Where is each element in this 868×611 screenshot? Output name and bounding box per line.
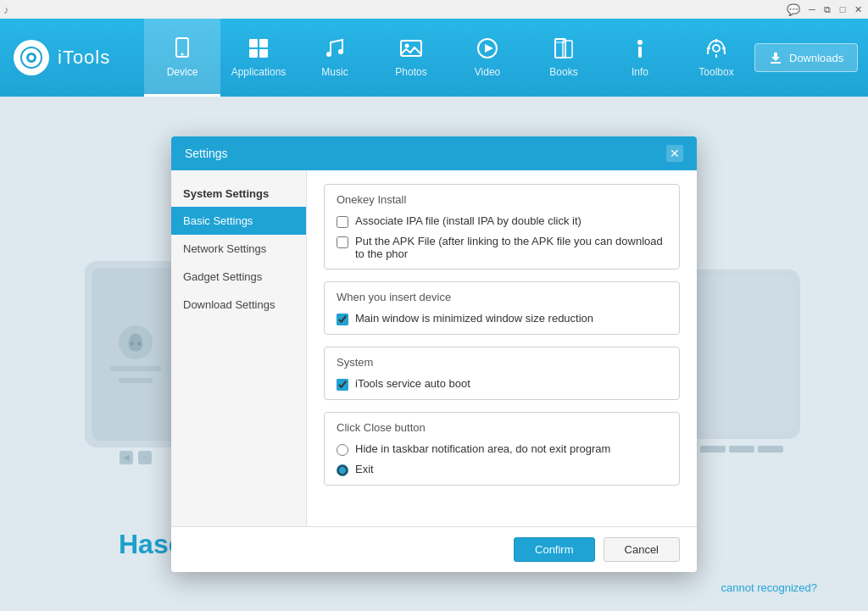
sidebar-item-gadget[interactable]: Gadget Settings xyxy=(171,263,306,291)
svg-point-20 xyxy=(713,45,720,52)
downloads-label: Downloads xyxy=(789,52,843,64)
sidebar-item-download[interactable]: Download Settings xyxy=(171,291,306,319)
svg-rect-6 xyxy=(259,39,268,47)
svg-rect-8 xyxy=(259,49,268,58)
toolbox-icon xyxy=(704,36,729,61)
sidebar-item-basic[interactable]: Basic Settings xyxy=(171,207,306,235)
svg-point-18 xyxy=(637,40,643,45)
svg-rect-5 xyxy=(249,39,258,47)
header: iTools Device Applications xyxy=(0,19,868,97)
svg-rect-7 xyxy=(249,49,258,58)
chat-icon: 💬 xyxy=(787,3,800,16)
label-assoc-ipa: Associate IPA file (install IPA by doubl… xyxy=(355,214,581,227)
tab-books-label: Books xyxy=(549,66,577,78)
label-put-apk: Put the APK File (after linking to the A… xyxy=(355,235,667,260)
label-exit: Exit xyxy=(355,463,374,475)
maximize-button[interactable]: □ xyxy=(836,3,849,16)
restore-button[interactable]: ⧉ xyxy=(821,3,834,16)
row-minimize-window: Main window is minimized window size red… xyxy=(337,312,667,325)
dialog-close-button[interactable]: ✕ xyxy=(666,145,683,162)
tab-info-label: Info xyxy=(632,66,648,78)
checkbox-put-apk[interactable] xyxy=(337,236,348,248)
dialog-body: System Settings Basic Settings Network S… xyxy=(171,170,697,526)
dialog-panel: Onekey Install Associate IPA file (insta… xyxy=(307,170,697,526)
tab-books[interactable]: Books xyxy=(526,19,602,97)
device-icon xyxy=(170,36,195,61)
tab-applications-label: Applications xyxy=(231,66,287,78)
tab-video[interactable]: Video xyxy=(449,19,526,97)
nav-tabs: Device Applications Music xyxy=(144,19,754,97)
label-hide-taskbar: Hide in taskbar notification area, do no… xyxy=(355,442,610,455)
applications-icon xyxy=(246,36,271,61)
photos-icon xyxy=(398,36,424,61)
logo-svg xyxy=(19,46,43,69)
checkbox-auto-boot[interactable] xyxy=(337,379,348,391)
svg-point-12 xyxy=(405,43,409,47)
minimize-button[interactable]: ─ xyxy=(805,3,819,16)
logo-text: iTools xyxy=(58,47,110,69)
section-click-close: Click Close button Hide in taskbar notif… xyxy=(324,412,680,486)
radio-hide-taskbar[interactable] xyxy=(337,444,348,456)
logo-icon xyxy=(14,40,49,75)
svg-point-10 xyxy=(338,49,343,54)
label-minimize-window: Main window is minimized window size red… xyxy=(355,312,593,325)
settings-dialog: Settings ✕ System Settings Basic Setting… xyxy=(171,136,697,572)
svg-rect-17 xyxy=(563,41,572,58)
tab-device[interactable]: Device xyxy=(144,19,220,97)
row-assoc-ipa: Associate IPA file (install IPA by doubl… xyxy=(337,214,667,228)
tab-photos-label: Photos xyxy=(395,66,426,78)
dialog-overlay: Settings ✕ System Settings Basic Setting… xyxy=(0,97,868,611)
cancel-button[interactable]: Cancel xyxy=(604,537,680,562)
section-system-title: System xyxy=(337,356,667,369)
tab-info[interactable]: Info xyxy=(602,19,678,97)
svg-point-4 xyxy=(181,53,184,55)
radio-exit[interactable] xyxy=(337,464,348,476)
svg-rect-11 xyxy=(401,41,421,56)
svg-point-9 xyxy=(326,52,331,57)
row-hide-taskbar: Hide in taskbar notification area, do no… xyxy=(337,442,667,456)
tab-applications[interactable]: Applications xyxy=(220,19,297,97)
sidebar-heading: System Settings xyxy=(171,181,306,207)
tab-photos[interactable]: Photos xyxy=(373,19,449,97)
downloads-button[interactable]: Downloads xyxy=(754,43,858,72)
svg-rect-19 xyxy=(638,47,642,58)
tab-toolbox[interactable]: Toolbox xyxy=(678,19,754,97)
row-exit: Exit xyxy=(337,463,667,476)
music-nav-icon xyxy=(322,36,348,61)
title-bar: ♪ 💬 ─ ⧉ □ ✕ xyxy=(0,0,868,19)
svg-marker-14 xyxy=(485,44,493,53)
dialog-sidebar: System Settings Basic Settings Network S… xyxy=(171,170,307,526)
label-auto-boot: iTools service auto boot xyxy=(355,377,470,390)
section-click-close-title: Click Close button xyxy=(337,421,667,434)
music-icon: ♪ xyxy=(3,3,9,16)
main-content: ◀ ○ Haseeb PC cannot recognized? Setting… xyxy=(0,97,868,611)
tab-music-label: Music xyxy=(321,66,348,78)
svg-rect-15 xyxy=(555,39,565,58)
row-put-apk: Put the APK File (after linking to the A… xyxy=(337,235,667,260)
close-button[interactable]: ✕ xyxy=(851,3,865,16)
checkbox-assoc-ipa[interactable] xyxy=(337,216,348,228)
section-onekey-title: Onekey Install xyxy=(337,193,667,206)
section-onekey: Onekey Install Associate IPA file (insta… xyxy=(324,184,680,269)
info-icon xyxy=(627,36,653,61)
books-icon xyxy=(551,36,576,61)
row-auto-boot: iTools service auto boot xyxy=(337,377,667,391)
tab-music[interactable]: Music xyxy=(297,19,373,97)
logo-area: iTools xyxy=(0,40,144,75)
section-insert-device-title: When you insert device xyxy=(337,291,667,303)
svg-point-2 xyxy=(29,55,34,60)
tab-device-label: Device xyxy=(167,66,198,78)
video-icon xyxy=(475,36,500,61)
sidebar-item-network[interactable]: Network Settings xyxy=(171,235,306,263)
tab-toolbox-label: Toolbox xyxy=(698,66,733,78)
dialog-title: Settings xyxy=(185,147,228,160)
section-insert-device: When you insert device Main window is mi… xyxy=(324,281,680,335)
checkbox-minimize-window[interactable] xyxy=(337,314,348,325)
tab-video-label: Video xyxy=(475,66,500,78)
svg-rect-25 xyxy=(771,62,781,64)
section-system: System iTools service auto boot xyxy=(324,347,680,400)
dialog-footer: Confirm Cancel xyxy=(171,526,697,572)
dialog-title-bar: Settings ✕ xyxy=(171,136,697,170)
confirm-button[interactable]: Confirm xyxy=(514,537,595,562)
download-icon xyxy=(769,51,782,64)
